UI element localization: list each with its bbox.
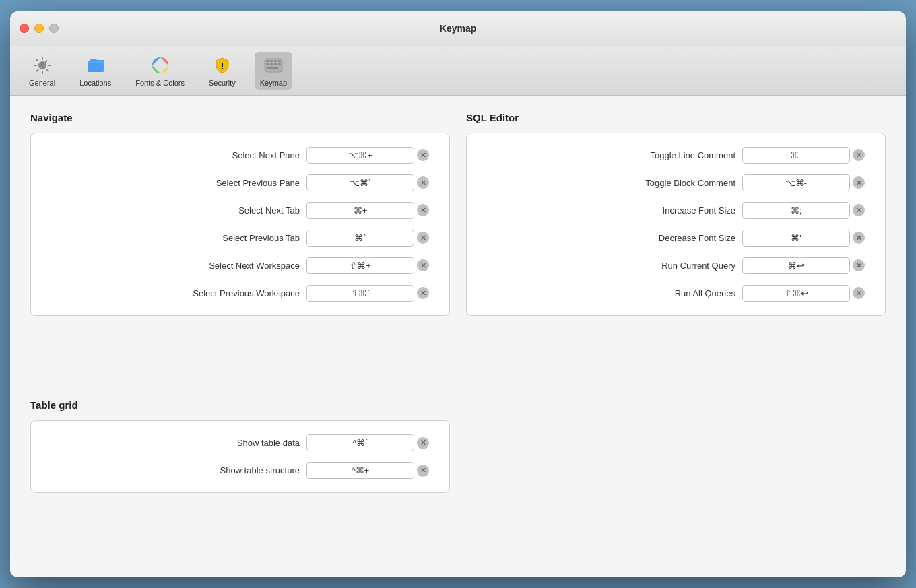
toolbar-label-locations: Locations bbox=[79, 79, 111, 87]
keymap-shortcut-input[interactable] bbox=[306, 285, 414, 302]
svg-text:!: ! bbox=[221, 61, 224, 71]
keymap-input-group: ✕ bbox=[742, 174, 865, 191]
keymap-shortcut-input[interactable] bbox=[306, 462, 414, 479]
svg-rect-15 bbox=[278, 63, 281, 65]
keymap-shortcut-input[interactable] bbox=[306, 257, 414, 274]
keymap-row: Run All Queries✕ bbox=[487, 285, 865, 302]
keymap-row: Run Current Query✕ bbox=[487, 257, 865, 274]
toolbar-label-keymap: Keymap bbox=[260, 79, 287, 87]
minimize-button[interactable] bbox=[34, 24, 44, 33]
svg-rect-14 bbox=[274, 63, 277, 65]
toolbar-item-fonts-colors[interactable]: Fonts & Colors bbox=[130, 52, 190, 90]
keymap-clear-button[interactable]: ✕ bbox=[853, 259, 865, 271]
keymap-clear-button[interactable]: ✕ bbox=[417, 465, 429, 477]
keymap-label: Increase Font Size bbox=[487, 205, 735, 216]
main-window: Keymap General Locations Fonts & Colors … bbox=[10, 11, 906, 577]
sql-editor-section: SQL Editor Toggle Line Comment✕Toggle Bl… bbox=[466, 112, 886, 561]
svg-rect-8 bbox=[266, 60, 269, 62]
keymap-label: Run All Queries bbox=[487, 288, 735, 298]
toolbar-label-general: General bbox=[29, 79, 55, 87]
toolbar-item-keymap[interactable]: Keymap bbox=[255, 52, 292, 90]
keymap-shortcut-input[interactable] bbox=[742, 202, 850, 219]
security-icon: ! bbox=[211, 55, 233, 76]
keymap-label: Run Current Query bbox=[487, 261, 735, 271]
sql-editor-title: SQL Editor bbox=[466, 112, 886, 123]
toolbar-label-security: Security bbox=[209, 79, 236, 87]
keymap-input-group: ✕ bbox=[742, 147, 865, 164]
navigate-title: Navigate bbox=[30, 112, 450, 123]
keymap-shortcut-input[interactable] bbox=[306, 147, 414, 164]
keymap-input-group: ✕ bbox=[306, 257, 429, 274]
keymap-shortcut-input[interactable] bbox=[742, 285, 850, 302]
keymap-input-group: ✕ bbox=[306, 434, 429, 451]
keymap-shortcut-input[interactable] bbox=[742, 174, 850, 191]
svg-point-0 bbox=[40, 63, 45, 68]
keymap-label: Decrease Font Size bbox=[487, 233, 735, 243]
keymap-shortcut-input[interactable] bbox=[306, 202, 414, 219]
locations-icon bbox=[85, 55, 106, 76]
toolbar-item-security[interactable]: ! Security bbox=[203, 52, 241, 90]
content-area: Navigate Select Next Pane✕Select Previou… bbox=[10, 96, 906, 577]
keymap-shortcut-input[interactable] bbox=[742, 257, 850, 274]
navigate-box: Select Next Pane✕Select Previous Pane✕Se… bbox=[30, 133, 450, 316]
keymap-input-group: ✕ bbox=[306, 147, 429, 164]
keymap-row: Decrease Font Size✕ bbox=[487, 230, 865, 247]
svg-rect-10 bbox=[274, 60, 277, 62]
keymap-row: Select Previous Tab✕ bbox=[51, 230, 429, 247]
keymap-label: Select Next Tab bbox=[51, 205, 300, 216]
keymap-clear-button[interactable]: ✕ bbox=[417, 437, 429, 449]
general-icon bbox=[32, 55, 53, 76]
keymap-clear-button[interactable]: ✕ bbox=[417, 232, 429, 244]
keymap-input-group: ✕ bbox=[306, 230, 429, 247]
keymap-row: Show table data✕ bbox=[51, 434, 429, 451]
keymap-row: Select Next Pane✕ bbox=[51, 147, 429, 164]
keymap-row: Select Previous Pane✕ bbox=[51, 174, 429, 191]
keymap-row: Toggle Block Comment✕ bbox=[487, 174, 865, 191]
keymap-input-group: ✕ bbox=[306, 202, 429, 219]
svg-rect-4 bbox=[88, 63, 104, 72]
keymap-shortcut-input[interactable] bbox=[742, 147, 850, 164]
svg-rect-12 bbox=[266, 63, 269, 65]
table-grid-box: Show table data✕Show table structure✕ bbox=[30, 420, 450, 493]
keymap-clear-button[interactable]: ✕ bbox=[417, 204, 429, 216]
keymap-clear-button[interactable]: ✕ bbox=[417, 176, 429, 189]
keymap-label: Toggle Block Comment bbox=[487, 178, 735, 188]
keymap-input-group: ✕ bbox=[306, 285, 429, 302]
keymap-label: Select Previous Tab bbox=[51, 233, 300, 243]
keymap-label: Toggle Line Comment bbox=[487, 150, 735, 160]
keymap-shortcut-input[interactable] bbox=[306, 230, 414, 247]
keymap-row: Toggle Line Comment✕ bbox=[487, 147, 865, 164]
keymap-clear-button[interactable]: ✕ bbox=[417, 149, 429, 161]
keymap-icon bbox=[263, 55, 284, 76]
svg-rect-9 bbox=[270, 60, 273, 62]
keymap-clear-button[interactable]: ✕ bbox=[853, 232, 865, 244]
title-bar: Keymap bbox=[10, 11, 906, 46]
keymap-clear-button[interactable]: ✕ bbox=[853, 204, 865, 216]
table-grid-section: Table grid Show table data✕Show table st… bbox=[30, 399, 450, 561]
keymap-row: Show table structure✕ bbox=[51, 462, 429, 479]
keymap-label: Select Previous Workspace bbox=[51, 288, 300, 298]
close-button[interactable] bbox=[20, 24, 29, 33]
keymap-label: Select Previous Pane bbox=[51, 178, 300, 188]
keymap-clear-button[interactable]: ✕ bbox=[853, 176, 865, 189]
keymap-clear-button[interactable]: ✕ bbox=[417, 259, 429, 271]
svg-rect-13 bbox=[270, 63, 273, 65]
fonts-colors-icon bbox=[150, 55, 171, 76]
keymap-clear-button[interactable]: ✕ bbox=[417, 287, 429, 299]
maximize-button[interactable] bbox=[49, 24, 59, 33]
keymap-row: Select Next Workspace✕ bbox=[51, 257, 429, 274]
window-title: Keymap bbox=[440, 23, 476, 34]
navigate-section: Navigate Select Next Pane✕Select Previou… bbox=[30, 112, 450, 384]
keymap-input-group: ✕ bbox=[742, 257, 865, 274]
keymap-shortcut-input[interactable] bbox=[742, 230, 850, 247]
toolbar-item-general[interactable]: General bbox=[24, 52, 61, 90]
toolbar: General Locations Fonts & Colors ! Secur… bbox=[10, 46, 906, 96]
keymap-shortcut-input[interactable] bbox=[306, 174, 414, 191]
traffic-lights bbox=[20, 24, 59, 33]
toolbar-item-locations[interactable]: Locations bbox=[74, 52, 117, 90]
keymap-clear-button[interactable]: ✕ bbox=[853, 149, 865, 161]
keymap-clear-button[interactable]: ✕ bbox=[853, 287, 865, 299]
keymap-input-group: ✕ bbox=[742, 285, 865, 302]
keymap-shortcut-input[interactable] bbox=[306, 434, 414, 451]
keymap-input-group: ✕ bbox=[306, 174, 429, 191]
